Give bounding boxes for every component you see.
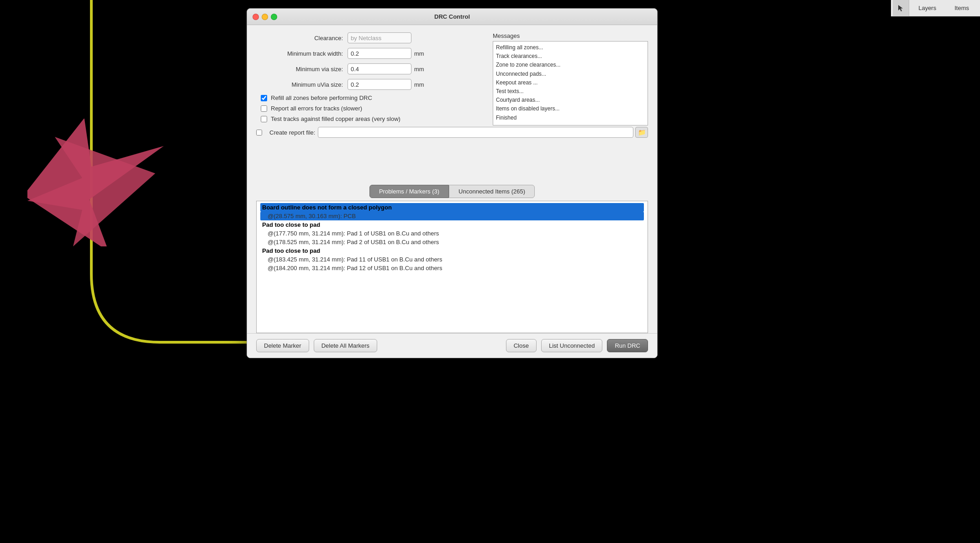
result-item[interactable]: @(177.750 mm, 31.214 mm): Pad 1 of USB1 … xyxy=(260,229,644,238)
footer-right: Close List Unconnected Run DRC xyxy=(506,339,648,352)
footer-left: Delete Marker Delete All Markers xyxy=(256,339,377,352)
top-tab-bar: Layers Items xyxy=(891,0,980,16)
message-item: Finished xyxy=(496,114,645,122)
min-uvia-label: Minimum uVia size: xyxy=(256,81,348,88)
results-list[interactable]: Board outline does not form a closed pol… xyxy=(256,201,648,333)
form-section: Clearance: Minimum track width: mm Minim… xyxy=(256,32,485,90)
min-track-unit: mm xyxy=(414,50,424,57)
clearance-row: Clearance: xyxy=(256,32,485,43)
test-tracks-checkbox[interactable] xyxy=(261,116,267,122)
clearance-input[interactable] xyxy=(348,32,411,43)
titlebar-buttons xyxy=(253,14,277,20)
drc-dialog: DRC Control Clearance: Minimum track wid… xyxy=(247,8,658,358)
delete-all-markers-button[interactable]: Delete All Markers xyxy=(314,339,377,352)
min-track-input[interactable] xyxy=(348,48,411,59)
red-arrow xyxy=(27,119,174,246)
result-item[interactable]: @(178.525 mm, 31.214 mm): Pad 2 of USB1 … xyxy=(260,238,644,246)
close-button-circle[interactable] xyxy=(253,14,259,20)
results-tabs: Problems / Markers (3) Unconnected Items… xyxy=(256,185,648,198)
create-report-checkbox[interactable] xyxy=(256,130,262,136)
message-item: Track clearances... xyxy=(496,52,645,61)
report-errors-label: Report all errors for tracks (slower) xyxy=(271,105,362,112)
messages-panel: Messages Refilling all zones...Track cle… xyxy=(493,32,648,128)
message-item: Courtyard areas... xyxy=(496,96,645,104)
dialog-content: Clearance: Minimum track width: mm Minim… xyxy=(247,25,657,185)
message-item: Refilling all zones... xyxy=(496,43,645,52)
report-file-row: Create report file: 📁 xyxy=(256,127,648,138)
min-track-row: Minimum track width: mm xyxy=(256,48,485,59)
result-item[interactable]: Pad too close to pad xyxy=(260,246,644,255)
run-drc-button[interactable]: Run DRC xyxy=(607,339,648,352)
min-via-input[interactable] xyxy=(348,63,411,74)
refill-checkbox[interactable] xyxy=(261,95,267,101)
min-uvia-unit: mm xyxy=(414,81,424,88)
min-uvia-row: Minimum uVia size: mm xyxy=(256,79,485,90)
test-tracks-label: Test tracks against filled copper areas … xyxy=(271,115,400,122)
result-item[interactable]: Board outline does not form a closed pol… xyxy=(260,203,644,212)
folder-icon: 📁 xyxy=(638,129,646,136)
list-unconnected-button[interactable]: List Unconnected xyxy=(541,339,602,352)
min-track-label: Minimum track width: xyxy=(256,50,348,57)
tab-unconnected[interactable]: Unconnected Items (265) xyxy=(449,185,535,198)
message-item: Keepout areas ... xyxy=(496,78,645,87)
tab-layers[interactable]: Layers xyxy=(909,0,945,16)
tab-problems[interactable]: Problems / Markers (3) xyxy=(369,185,449,198)
min-via-row: Minimum via size: mm xyxy=(256,63,485,74)
message-item: Items on disabled layers... xyxy=(496,104,645,113)
refill-label: Refill all zones before performing DRC xyxy=(271,94,372,101)
messages-label: Messages xyxy=(493,32,648,39)
result-item[interactable]: @(184.200 mm, 31.214 mm): Pad 12 of USB1… xyxy=(260,264,644,272)
dialog-title: DRC Control xyxy=(434,13,470,20)
maximize-button-circle[interactable] xyxy=(271,14,277,20)
browse-folder-button[interactable]: 📁 xyxy=(635,127,648,138)
minimize-button-circle[interactable] xyxy=(262,14,268,20)
min-uvia-input[interactable] xyxy=(348,79,411,90)
delete-marker-button[interactable]: Delete Marker xyxy=(256,339,309,352)
result-item[interactable]: @(183.425 mm, 31.214 mm): Pad 11 of USB1… xyxy=(260,255,644,264)
message-item: Zone to zone clearances... xyxy=(496,61,645,69)
result-item[interactable]: Pad too close to pad xyxy=(260,220,644,229)
create-report-label: Create report file: xyxy=(269,129,315,136)
dialog-titlebar: DRC Control xyxy=(247,9,657,25)
clearance-label: Clearance: xyxy=(256,35,348,42)
report-file-input[interactable] xyxy=(318,127,633,138)
min-via-unit: mm xyxy=(414,66,424,73)
messages-list[interactable]: Refilling all zones...Track clearances..… xyxy=(493,41,648,125)
report-errors-checkbox[interactable] xyxy=(261,105,267,112)
results-tabs-container: Problems / Markers (3) Unconnected Items… xyxy=(247,185,657,333)
min-via-label: Minimum via size: xyxy=(256,66,348,73)
close-button[interactable]: Close xyxy=(506,339,537,352)
message-item: Unconnected pads... xyxy=(496,70,645,78)
tab-items[interactable]: Items xyxy=(945,0,978,16)
dialog-footer: Delete Marker Delete All Markers Close L… xyxy=(247,333,657,358)
result-item[interactable]: @(28.575 mm, 30.163 mm): PCB xyxy=(260,212,644,220)
message-item: Test texts... xyxy=(496,87,645,96)
cursor-icon xyxy=(893,0,909,16)
